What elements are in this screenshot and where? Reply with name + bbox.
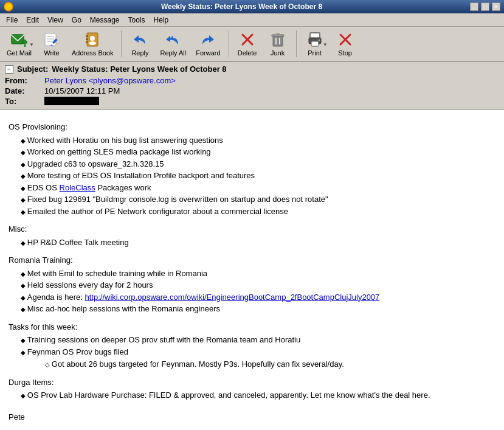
- list-item: Agenda is here: http://wiki.corp.opsware…: [21, 291, 495, 303]
- menu-go[interactable]: Go: [68, 15, 85, 26]
- window-title: Weekly Status: Peter Lyons Week of Octob…: [161, 2, 322, 11]
- write-icon: [43, 31, 60, 48]
- print-button[interactable]: Print ▼: [300, 29, 330, 59]
- list-item: EDS OS RoleClass Packages work: [21, 182, 495, 194]
- list-item: Training sessions on deeper OS prov stuf…: [21, 334, 495, 346]
- to-label: To:: [5, 97, 44, 106]
- reply-icon: [131, 31, 148, 48]
- address-book-button[interactable]: Address Book: [67, 29, 117, 59]
- section-misc-list: HP R&D Coffee Talk meeting: [9, 237, 495, 249]
- toolbar-separator-3: [296, 30, 297, 57]
- date-row: Date: 10/15/2007 12:11 PM: [5, 86, 499, 95]
- forward-icon: [199, 31, 216, 48]
- reply-all-button[interactable]: Reply All: [156, 29, 190, 59]
- section-romania-title: Romania Training:: [9, 254, 495, 266]
- get-mail-arrow: ▼: [29, 42, 34, 47]
- svg-point-14: [89, 41, 96, 45]
- from-email-link[interactable]: Peter Lyons <plyons@opsware.com>: [44, 76, 176, 85]
- menu-message[interactable]: Message: [86, 15, 123, 26]
- toolbar-separator-1: [121, 30, 122, 57]
- stop-button[interactable]: Stop: [331, 29, 360, 59]
- svg-rect-18: [272, 35, 284, 36]
- list-item: Feynman OS Prov bugs filed Got about 26 …: [21, 346, 495, 370]
- delete-icon: [239, 31, 256, 48]
- junk-button[interactable]: Junk: [263, 29, 292, 59]
- menu-bar: File Edit View Go Message Tools Help: [0, 13, 504, 27]
- sub-list: Got about 26 bugs targeted for Feynman. …: [21, 358, 495, 370]
- date-value: 10/15/2007 12:11 PM: [44, 86, 120, 95]
- write-button[interactable]: Write: [37, 29, 66, 59]
- reply-all-icon: [165, 31, 182, 48]
- svg-rect-26: [311, 41, 319, 46]
- menu-view[interactable]: View: [44, 15, 67, 26]
- stop-icon: [337, 31, 354, 48]
- forward-button[interactable]: Forward: [192, 29, 224, 59]
- list-item: More testing of EDS OS Installation Prof…: [21, 170, 495, 182]
- section-misc-title: Misc:: [9, 223, 495, 235]
- menu-edit[interactable]: Edit: [22, 15, 43, 26]
- section-os-provisioning-title: OS Provisioning:: [9, 121, 495, 133]
- subject-label: Subject:: [17, 64, 48, 74]
- menu-file[interactable]: File: [2, 15, 21, 26]
- get-mail-icon: [10, 31, 27, 48]
- section-durga-list: OS Prov Lab Hardware Purchase: FILED & a…: [9, 389, 495, 401]
- section-durga-title: Durga Items:: [9, 376, 495, 389]
- address-book-icon: [84, 31, 101, 48]
- list-item: Met with Emil to schedule training while…: [21, 268, 495, 280]
- toolbar: Get Mail ▼ Write: [0, 27, 504, 62]
- email-body: OS Provisioning: Worked with Horatiu on …: [0, 110, 504, 430]
- role-class-link[interactable]: RoleClass: [60, 183, 95, 192]
- subject-row: − Subject: Weekly Status: Peter Lyons We…: [5, 64, 499, 74]
- list-item: Worked with Horatiu on his bug list answ…: [21, 134, 495, 147]
- email-header: − Subject: Weekly Status: Peter Lyons We…: [0, 62, 504, 110]
- section-tasks-list: Training sessions on deeper OS prov stuf…: [9, 334, 495, 370]
- section-tasks-title: Tasks for this week:: [9, 321, 495, 333]
- print-arrow: ▼: [323, 42, 328, 47]
- from-value: Peter Lyons <plyons@opsware.com>: [44, 76, 176, 85]
- menu-help[interactable]: Help: [150, 15, 173, 26]
- delete-button[interactable]: Delete: [233, 29, 262, 59]
- maximize-button[interactable]: □: [481, 2, 489, 11]
- print-icon: [306, 31, 323, 48]
- close-button[interactable]: ×: [492, 2, 500, 11]
- get-mail-button[interactable]: Get Mail ▼: [2, 29, 36, 59]
- svg-point-27: [318, 40, 320, 41]
- list-item: OS Prov Lab Hardware Purchase: FILED & a…: [21, 389, 495, 401]
- svg-rect-10: [86, 35, 88, 37]
- title-bar: Weekly Status: Peter Lyons Week of Octob…: [0, 0, 504, 13]
- list-item: Fixed bug 129691 "Buildmgr console.log i…: [21, 193, 495, 206]
- from-row: From: Peter Lyons <plyons@opsware.com>: [5, 76, 499, 85]
- list-item: Upgraded c63 to opsware_32.h.328.15: [21, 158, 495, 170]
- collapse-button[interactable]: −: [5, 65, 13, 74]
- app-icon: [4, 2, 13, 12]
- to-row: To:: [5, 97, 499, 106]
- agenda-link[interactable]: http://wiki.corp.opsware.com/owiki/Engin…: [85, 293, 379, 302]
- list-item: Emailed the author of PE Network configu…: [21, 206, 495, 218]
- reply-button[interactable]: Reply: [125, 29, 154, 59]
- svg-rect-12: [86, 41, 88, 43]
- date-label: Date:: [5, 86, 44, 95]
- list-item: Misc ad-hoc help sessions with the Roman…: [21, 303, 495, 315]
- list-item: Got about 26 bugs targeted for Feynman. …: [45, 358, 495, 370]
- svg-rect-11: [86, 38, 88, 40]
- subject-value: Weekly Status: Peter Lyons Week of Octob…: [52, 64, 226, 74]
- svg-point-13: [90, 36, 95, 41]
- to-value: [44, 97, 99, 105]
- menu-tools[interactable]: Tools: [125, 15, 149, 26]
- from-label: From:: [5, 76, 44, 85]
- section-romania-list: Met with Emil to schedule training while…: [9, 268, 495, 315]
- svg-rect-17: [273, 36, 283, 46]
- list-item: Held sessions every day for 2 hours: [21, 279, 495, 291]
- list-item: Worked on getting SLES media package lis…: [21, 146, 495, 158]
- section-os-provisioning-list: Worked with Horatiu on his bug list answ…: [9, 134, 495, 218]
- list-item: HP R&D Coffee Talk meeting: [21, 237, 495, 249]
- signature: Pete: [9, 411, 495, 423]
- svg-rect-3: [45, 33, 56, 46]
- junk-icon: [269, 31, 286, 48]
- toolbar-separator-2: [229, 30, 229, 57]
- minimize-button[interactable]: _: [470, 2, 478, 11]
